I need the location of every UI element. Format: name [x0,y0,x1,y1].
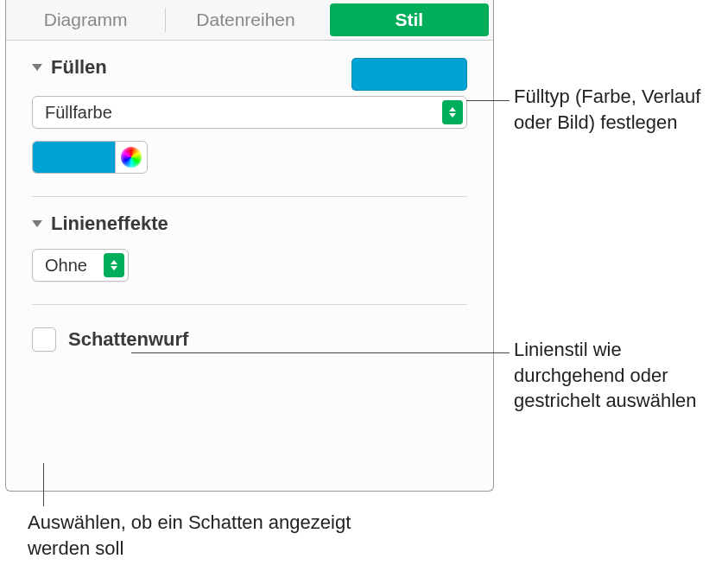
color-picker-row [32,141,467,174]
leader-line [131,352,510,353]
line-effects-section: Linieneffekte Ohne [6,197,493,282]
shadow-row: Schattenwurf [6,327,493,352]
fill-color-swatch[interactable] [351,58,467,91]
shadow-title: Schattenwurf [68,328,188,351]
tab-series[interactable]: Datenreihen [166,0,325,40]
tab-style[interactable]: Stil [330,3,489,36]
line-style-value: Ohne [45,256,87,276]
color-wheel-button[interactable] [115,141,148,174]
fill-header[interactable]: Füllen [32,56,107,79]
fill-section: Füllen Füllfarbe [6,41,493,174]
fill-title: Füllen [51,56,107,79]
tab-diagram-label: Diagramm [44,10,128,30]
fill-type-value: Füllfarbe [45,103,112,123]
divider [32,304,467,305]
annotation-shadow: Auswählen, ob ein Schatten angezeigt wer… [28,510,373,561]
chevron-down-icon [32,64,42,71]
dropdown-stepper-icon [104,253,124,277]
style-panel: Diagramm Datenreihen Stil Füllen Füllfar… [5,0,494,492]
color-wheel-icon [121,147,142,168]
fill-header-row: Füllen [32,56,467,92]
dropdown-stepper-icon [442,100,463,124]
annotation-fill: Fülltyp (Farbe, Verlauf oder Bild) festl… [514,84,721,135]
tab-bar: Diagramm Datenreihen Stil [6,0,493,41]
line-effects-title: Linieneffekte [51,213,168,235]
fill-type-dropdown[interactable]: Füllfarbe [32,96,467,129]
shadow-checkbox[interactable] [32,327,56,352]
leader-line [43,463,44,506]
color-bar[interactable] [32,141,115,174]
line-effects-header[interactable]: Linieneffekte [32,213,467,235]
chevron-down-icon [32,220,42,227]
tab-style-label: Stil [395,10,423,30]
tab-diagram[interactable]: Diagramm [6,0,165,40]
annotation-line: Linienstil wie durchgehend oder gestrich… [514,337,717,414]
line-style-dropdown[interactable]: Ohne [32,249,129,282]
tab-series-label: Datenreihen [196,10,294,30]
leader-line [466,100,510,101]
